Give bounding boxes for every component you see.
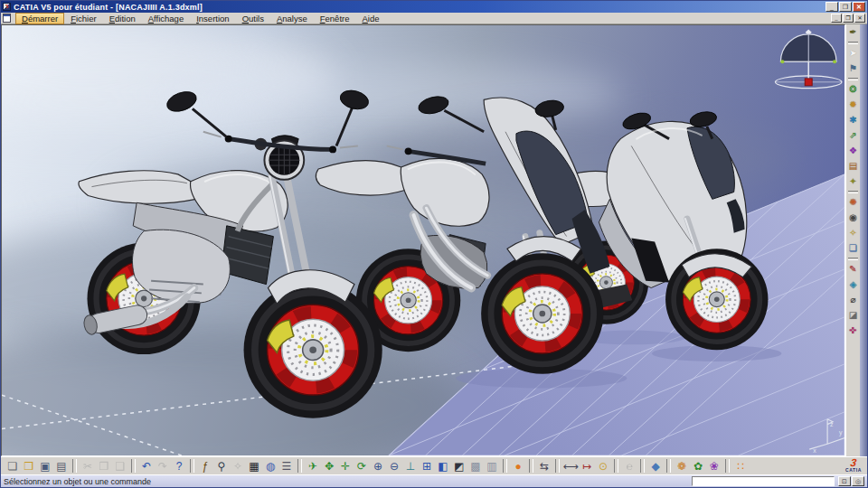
analysis-pen-icon[interactable]: ✒ [847,27,860,38]
cut-icon[interactable]: ✂ [80,458,96,474]
camera-icon[interactable]: ◉ [847,212,860,223]
separator[interactable] [503,459,507,473]
material-prism-icon[interactable]: ◆ [647,458,664,474]
command-history-button[interactable]: ⊡ [838,476,851,486]
separator[interactable] [297,459,302,473]
separator[interactable] [848,78,858,80]
child-minimize-button[interactable]: _ [831,14,842,23]
menu-fenetre[interactable]: Fenêtre [314,13,356,24]
light-icon[interactable]: ✧ [847,228,860,239]
workbench-shape-icon[interactable]: ✱ [847,115,860,126]
menu-analyse[interactable]: Analyse [270,13,314,24]
search-icon[interactable]: ⚲ [213,458,230,474]
workbench-sketch-icon[interactable]: ❂ [847,84,860,95]
paint-icon[interactable]: ❁ [674,458,690,474]
svg-text:z: z [830,421,834,427]
paste-special-icon[interactable]: ❖ [847,145,860,156]
section-icon[interactable]: ◪ [847,310,860,321]
separator[interactable] [848,191,858,193]
menu-aide[interactable]: Aide [355,13,385,24]
right-toolbar: ✒➤⚑❂✹✱⇗❖▤✦✺◉✧❏✎◈⌀◪✜ [845,24,860,456]
menu-fichier[interactable]: Fichier [64,13,103,24]
menu-demarrer[interactable]: Démarrer [15,13,64,24]
exit-workbench-icon[interactable]: ⇗ [847,130,860,141]
separator[interactable] [848,42,858,44]
iso-view-icon[interactable]: ◧ [435,458,451,474]
power-input-button[interactable]: ◎ [852,476,864,486]
multi-view-icon[interactable]: ⊞ [419,458,435,474]
new-document-icon[interactable]: ❏ [5,458,21,474]
separator[interactable] [131,459,136,473]
measure-icon[interactable]: ⌀ [847,295,860,305]
separator[interactable] [555,459,560,473]
separator[interactable] [640,459,645,473]
child-close-button[interactable]: ✕ [854,14,865,23]
measure-item-icon[interactable]: ↦ [579,458,595,474]
close-button[interactable]: ✕ [853,2,865,12]
window-controls: _❐✕ [826,2,865,12]
select-icon[interactable]: ➤ [847,48,860,59]
restore-button[interactable]: ❐ [839,2,852,12]
measure-between-icon[interactable]: ⟷ [562,458,579,474]
separator[interactable] [848,258,858,260]
hidden-line-view-icon[interactable]: ▩ [467,458,484,474]
rules-icon[interactable]: ☰ [278,458,295,474]
decal-icon[interactable]: ❀ [706,458,722,474]
child-restore-button[interactable]: ❐ [843,14,854,23]
zoom-out-icon[interactable]: ⊖ [386,458,402,474]
energy-icon[interactable]: ℮ [621,458,637,474]
separator[interactable] [190,459,194,473]
wireframe-view-icon[interactable]: ▥ [484,458,500,474]
fit-all-icon[interactable]: ✥ [321,458,337,474]
zoom-in-icon[interactable]: ⊕ [370,458,386,474]
status-message: Sélectionnez un objet ou une commande [4,477,688,486]
measure-inertia-icon[interactable]: ⊙ [595,458,611,474]
separator[interactable] [614,459,618,473]
fly-cursor-icon[interactable]: ⚑ [847,63,860,74]
app-icon: Ɜ [3,3,11,11]
apply-material-icon[interactable]: ● [510,458,526,474]
3d-viewport[interactable]: z x y [1,24,845,456]
separator[interactable] [725,459,730,473]
normal-view-icon[interactable]: ⊥ [402,458,419,474]
design-table-icon[interactable]: ▦ [246,458,262,474]
fx-formula-icon[interactable]: ƒ [197,458,213,474]
save-icon[interactable]: ▣ [37,458,53,474]
texture-icon[interactable]: ✿ [690,458,706,474]
catalog-icon[interactable]: ▤ [847,161,860,172]
globe-icon[interactable]: ◍ [262,458,278,474]
render-icon[interactable]: ✺ [847,197,860,208]
sticker-icon[interactable]: ◈ [847,279,860,290]
sketch-trace-icon[interactable]: ✎ [847,264,860,275]
environment-icon[interactable]: ❏ [847,243,860,254]
separator[interactable] [666,459,671,473]
window-frame-edge [860,24,867,456]
menu-edition[interactable]: Edition [103,13,142,24]
window-title: CATIA V5 pour étudiant - [NACAJIIII A.1.… [14,3,823,12]
paste-icon[interactable]: ❑ [112,458,128,474]
knowledge-icon[interactable]: ✧ [230,458,246,474]
photo-icon[interactable]: ✦ [847,176,860,187]
grid-snap-icon[interactable]: ∷ [732,458,749,474]
command-input[interactable] [692,476,835,486]
separator[interactable] [529,459,533,473]
undo-icon[interactable]: ↶ [138,458,155,474]
menu-affichage[interactable]: Affichage [142,13,190,24]
main-area: z x y ✒➤⚑❂✹✱⇗❖▤✦✺◉✧❏✎◈⌀◪✜ [1,24,867,456]
menu-outils[interactable]: Outils [236,13,270,24]
workbench-part-icon[interactable]: ✹ [847,99,860,110]
swap-visible-space-icon[interactable]: ⇆ [536,458,552,474]
redo-icon[interactable]: ↷ [155,458,171,474]
help-icon[interactable]: ? [171,458,187,474]
rotate-icon[interactable]: ⟳ [354,458,370,474]
minimize-button[interactable]: _ [826,2,838,12]
fly-mode-icon[interactable]: ✈ [305,458,321,474]
shaded-view-icon[interactable]: ◩ [451,458,467,474]
bookmark-icon[interactable]: ✜ [847,325,860,336]
open-icon[interactable]: ❒ [21,458,37,474]
pan-icon[interactable]: ✛ [337,458,354,474]
separator[interactable] [72,459,77,473]
menu-insertion[interactable]: Insertion [190,13,235,24]
copy-icon[interactable]: ❐ [96,458,112,474]
print-icon[interactable]: ▤ [53,458,70,474]
